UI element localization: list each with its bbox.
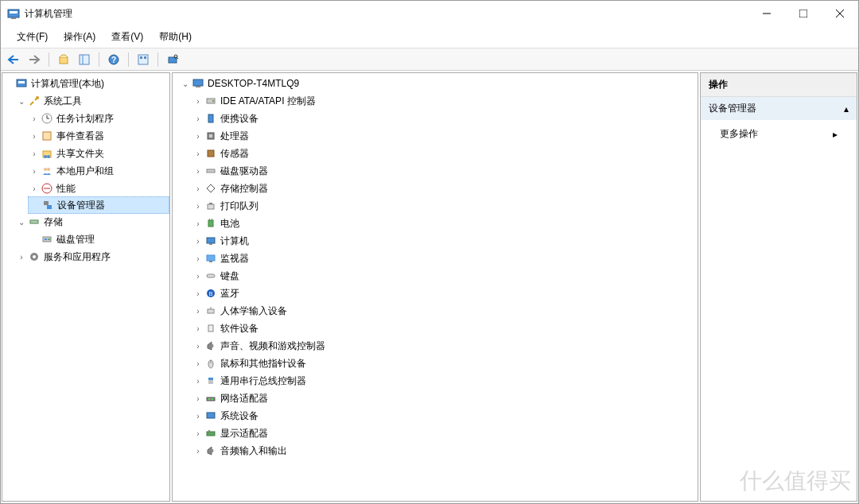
chevron-right-icon[interactable]: › — [192, 427, 204, 440]
tree-device-manager[interactable]: 设备管理器 — [28, 196, 169, 214]
svg-rect-32 — [44, 201, 49, 205]
chevron-right-icon[interactable]: › — [192, 182, 204, 195]
chevron-right-icon[interactable]: › — [192, 200, 204, 212]
device-category[interactable]: ›B蓝牙 — [192, 285, 698, 302]
chevron-down-icon[interactable]: ⌄ — [15, 215, 28, 228]
device-category[interactable]: ›监视器 — [192, 250, 698, 267]
chevron-right-icon[interactable]: › — [192, 217, 204, 230]
toolbar: ? — [1, 48, 858, 71]
device-category[interactable]: ›音频输入和输出 — [192, 442, 698, 459]
maximize-button[interactable] — [785, 1, 822, 26]
tree-disk-mgmt[interactable]: 磁盘管理 — [28, 231, 169, 248]
chevron-right-icon[interactable]: › — [192, 165, 204, 177]
back-button[interactable] — [4, 51, 23, 68]
device-icon — [204, 95, 217, 107]
chevron-right-icon[interactable]: › — [192, 112, 204, 125]
device-category[interactable]: ›键盘 — [192, 267, 698, 285]
svg-rect-52 — [209, 219, 210, 220]
chevron-right-icon[interactable]: › — [192, 322, 204, 335]
view-devices-by-type-button[interactable] — [134, 51, 153, 68]
svg-rect-55 — [209, 243, 212, 245]
chevron-down-icon[interactable]: ⌄ — [179, 77, 192, 90]
tree-local-users[interactable]: ›本地用户和组 — [28, 162, 169, 180]
menu-help[interactable]: 帮助(H) — [153, 27, 198, 47]
forward-button[interactable] — [25, 51, 44, 68]
device-category[interactable]: ›传感器 — [192, 145, 698, 162]
chevron-right-icon: ▸ — [833, 129, 838, 140]
device-category[interactable]: ›存储控制器 — [192, 180, 698, 197]
device-category[interactable]: ›处理器 — [192, 127, 698, 145]
actions-section-device-manager[interactable]: 设备管理器 ▴ — [701, 97, 857, 121]
svg-rect-4 — [799, 10, 807, 17]
device-category[interactable]: ›声音、视频和游戏控制器 — [192, 337, 698, 355]
svg-rect-58 — [207, 274, 215, 277]
svg-rect-54 — [207, 238, 215, 243]
device-category[interactable]: ›系统设备 — [192, 407, 698, 425]
tree-system-tools[interactable]: ⌄ 系统工具 — [15, 92, 169, 110]
app-icon — [7, 7, 20, 20]
chevron-right-icon[interactable]: › — [192, 130, 204, 142]
close-button[interactable] — [822, 1, 858, 26]
chevron-right-icon[interactable]: › — [192, 95, 204, 107]
menu-file[interactable]: 文件(F) — [10, 27, 54, 47]
device-category[interactable]: ›显示适配器 — [192, 425, 698, 442]
services-icon — [28, 250, 41, 263]
tree-performance[interactable]: ›性能 — [28, 180, 169, 197]
device-category[interactable]: ›磁盘驱动器 — [192, 162, 698, 180]
chevron-right-icon[interactable]: › — [192, 374, 204, 387]
tree-task-scheduler[interactable]: ›任务计划程序 — [28, 110, 169, 127]
device-category[interactable]: ›电池 — [192, 215, 698, 232]
device-category[interactable]: ›网络适配器 — [192, 390, 698, 407]
chevron-right-icon[interactable]: › — [28, 147, 41, 160]
chevron-right-icon[interactable]: › — [192, 287, 204, 300]
menu-action[interactable]: 操作(A) — [57, 27, 102, 47]
device-category[interactable]: ›鼠标和其他指针设备 — [192, 355, 698, 372]
help-button[interactable]: ? — [104, 51, 123, 68]
device-category[interactable]: ›计算机 — [192, 232, 698, 250]
chevron-right-icon[interactable]: › — [192, 392, 204, 405]
device-category[interactable]: ›IDE ATA/ATAPI 控制器 — [192, 92, 698, 110]
device-category[interactable]: ›通用串行总线控制器 — [192, 372, 698, 390]
chevron-right-icon[interactable]: › — [15, 250, 28, 263]
device-root[interactable]: ⌄ DESKTOP-T4MTLQ9 — [179, 75, 698, 92]
svg-rect-2 — [11, 17, 16, 19]
menu-view[interactable]: 查看(V) — [105, 27, 150, 47]
tree-storage[interactable]: ⌄ 存储 — [15, 213, 169, 231]
chevron-right-icon[interactable]: › — [28, 130, 41, 142]
tree-services-apps[interactable]: ›服务和应用程序 — [15, 248, 169, 266]
chevron-right-icon[interactable]: › — [192, 269, 204, 282]
svg-point-43 — [212, 100, 214, 102]
svg-point-28 — [44, 168, 47, 171]
show-hide-tree-button[interactable] — [75, 51, 94, 68]
tree-root-computer-mgmt[interactable]: 计算机管理(本地) — [2, 75, 169, 92]
window-controls — [748, 1, 858, 26]
device-category[interactable]: ›打印队列 — [192, 197, 698, 215]
chevron-right-icon[interactable]: › — [192, 304, 204, 317]
chevron-right-icon[interactable]: › — [192, 235, 204, 247]
chevron-right-icon[interactable]: › — [28, 112, 41, 125]
tree-shared-folders[interactable]: ›共享文件夹 — [28, 145, 169, 162]
chevron-right-icon[interactable]: › — [28, 165, 41, 177]
chevron-right-icon[interactable]: › — [192, 339, 204, 352]
minimize-button[interactable] — [748, 1, 785, 26]
svg-rect-12 — [138, 55, 148, 64]
device-category[interactable]: ›软件设备 — [192, 320, 698, 337]
chevron-right-icon[interactable]: › — [192, 252, 204, 265]
device-category[interactable]: ›人体学输入设备 — [192, 302, 698, 320]
device-manager-icon — [41, 199, 54, 211]
svg-rect-8 — [80, 55, 89, 64]
console-tree-panel: 计算机管理(本地) ⌄ 系统工具 ›任务计划程序 ›事件查看器 ›共享文件夹 — [2, 72, 170, 502]
chevron-right-icon[interactable]: › — [192, 357, 204, 370]
chevron-right-icon[interactable]: › — [28, 182, 41, 195]
svg-rect-7 — [60, 57, 68, 64]
actions-more[interactable]: 更多操作 ▸ — [701, 121, 857, 147]
tree-event-viewer[interactable]: ›事件查看器 — [28, 127, 169, 145]
chevron-right-icon[interactable]: › — [192, 409, 204, 422]
chevron-right-icon[interactable]: › — [192, 147, 204, 160]
scan-hardware-button[interactable] — [163, 51, 182, 68]
chevron-right-icon[interactable]: › — [192, 444, 204, 457]
device-category[interactable]: ›便携设备 — [192, 110, 698, 127]
performance-icon — [41, 182, 53, 195]
up-button[interactable] — [54, 51, 73, 68]
chevron-down-icon[interactable]: ⌄ — [15, 95, 28, 107]
